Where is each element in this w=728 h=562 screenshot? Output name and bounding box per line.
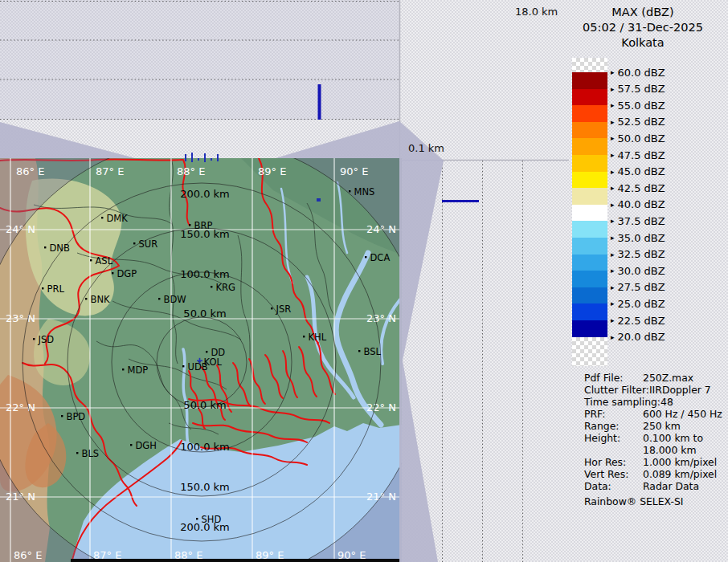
tick-label: 60.0 dBZ	[618, 67, 665, 79]
color-band	[572, 172, 607, 189]
city-label: BSL	[364, 346, 382, 357]
color-band	[572, 155, 607, 172]
color-band	[572, 271, 607, 287]
parallel-label-right: 24° N	[366, 223, 396, 235]
metadata-row: 18.000 km	[584, 444, 727, 456]
blind-cone-wedge-left	[0, 122, 135, 158]
radar-echo-blob	[317, 198, 321, 202]
legend-tick: ▸37.5 dBZ	[611, 214, 665, 228]
city-label: BRP	[194, 220, 213, 231]
city-label: DGP	[117, 268, 137, 279]
echo-side-projection	[442, 200, 479, 202]
city-label: PRL	[47, 283, 65, 295]
tick-arrow-icon: ▸	[611, 65, 615, 79]
color-band	[572, 287, 607, 304]
legend-tick: ▸55.0 dBZ	[611, 98, 665, 112]
metadata-value: 600 Hz / 450 Hz	[643, 408, 722, 420]
tick-arrow-icon: ▸	[611, 214, 615, 228]
city-marker	[133, 242, 135, 244]
city-label: BDW	[164, 294, 186, 305]
city-marker	[206, 351, 207, 352]
meridian-label-bottom: 86° E	[14, 549, 42, 561]
radar-product-screen: { "header": { "product": "MAX (dBZ)", "d…	[0, 0, 728, 562]
meridian-label-top: 87° E	[96, 165, 124, 177]
color-band	[572, 72, 607, 89]
city-marker	[33, 338, 35, 340]
city-marker	[271, 307, 272, 309]
meridian-label-top: 90° E	[340, 165, 368, 177]
metadata-value: 0.100 km to	[643, 432, 703, 444]
legend-tick: ▸42.5 dBZ	[611, 181, 665, 195]
metadata-label	[584, 444, 643, 456]
city-label: DMK	[107, 213, 129, 224]
city-label: MDP	[128, 364, 149, 376]
city-marker	[349, 190, 350, 192]
metadata-row: PRF:600 Hz / 450 Hz	[584, 408, 727, 420]
tick-label: 25.0 dBZ	[618, 298, 665, 310]
map-bottom-edge	[71, 559, 400, 562]
city-marker	[303, 336, 305, 337]
legend-title: MAX (dBZ) 05:02 / 31-Dec-2025 Kolkata	[562, 5, 723, 51]
legend-tick: ▸25.0 dBZ	[611, 296, 665, 311]
legend-tick: ▸57.5 dBZ	[611, 82, 665, 96]
city-label: SUR	[139, 238, 158, 250]
city-marker	[85, 298, 87, 299]
color-band	[572, 105, 607, 122]
city-marker	[42, 287, 43, 289]
meridian-label-top: 88° E	[177, 165, 205, 177]
legend-tick: ▸27.5 dBZ	[611, 280, 665, 295]
metadata-value: 250 km	[643, 420, 681, 432]
city-label: DGH	[136, 440, 157, 451]
parallel-label-right: 22° N	[366, 401, 396, 413]
meridian-label-top: 89° E	[258, 165, 286, 177]
metadata-value: Radar Data	[643, 480, 699, 492]
metadata-label: Data:	[584, 480, 643, 492]
city-label: BPD	[67, 411, 86, 422]
city-marker	[130, 444, 132, 446]
city-label: KHL	[309, 332, 327, 343]
color-band	[572, 205, 607, 222]
city-label: SHD	[202, 514, 222, 525]
tick-label: 22.5 dBZ	[618, 315, 665, 327]
metadata-label: Range:	[584, 420, 643, 432]
city-marker	[112, 272, 113, 274]
legend-tick: ▸35.0 dBZ	[611, 230, 665, 245]
range-ring-label: 50.0 km	[183, 307, 226, 320]
metadata-label: Vert Res:	[584, 468, 643, 480]
tick-arrow-icon: ▸	[611, 313, 615, 328]
tick-label: 55.0 dBZ	[618, 100, 665, 112]
city-marker	[196, 518, 198, 519]
tick-arrow-icon: ▸	[611, 131, 615, 145]
edge-echo-ticks-above	[185, 153, 219, 158]
city-label: BNK	[91, 294, 110, 305]
tick-arrow-icon: ▸	[611, 115, 615, 129]
legend-tick: ▸32.5 dBZ	[611, 247, 665, 262]
map-canvas: 86° E86° E87° E87° E88° E88° E89° E89° E…	[0, 158, 402, 562]
city-marker	[122, 369, 124, 370]
range-ring-label: 100.0 km	[180, 441, 230, 453]
city-marker	[182, 365, 184, 367]
city-label: DNB	[50, 242, 70, 254]
city-marker	[189, 224, 190, 226]
metadata-row: Clutter Filter:IIRDoppler 7	[584, 384, 727, 396]
color-scale	[572, 58, 607, 366]
tick-label: 57.5 dBZ	[618, 83, 665, 95]
tick-label: 35.0 dBZ	[618, 232, 665, 244]
color-band	[572, 303, 607, 320]
metadata-value: 18.000 km	[643, 444, 697, 456]
city-marker	[358, 350, 360, 352]
radar-map: 86° E86° E87° E87° E88° E88° E89° E89° E…	[0, 158, 402, 562]
color-band	[572, 238, 607, 255]
city-marker	[61, 415, 63, 417]
legend-tick: ▸47.5 dBZ	[611, 148, 665, 162]
legend-panel: MAX (dBZ) 05:02 / 31-Dec-2025 Kolkata ▸6…	[562, 0, 728, 562]
color-band	[572, 320, 607, 337]
legend-tick: ▸40.0 dBZ	[611, 198, 665, 212]
range-ring-label: 50.0 km	[183, 399, 226, 411]
metadata-value: 250Z.max	[643, 372, 693, 384]
city-label: JSR	[276, 303, 292, 315]
city-marker	[76, 452, 78, 454]
legend-tick: ▸50.0 dBZ	[611, 131, 665, 145]
color-band-above-max	[572, 58, 607, 72]
tick-label: 40.0 dBZ	[618, 198, 665, 210]
